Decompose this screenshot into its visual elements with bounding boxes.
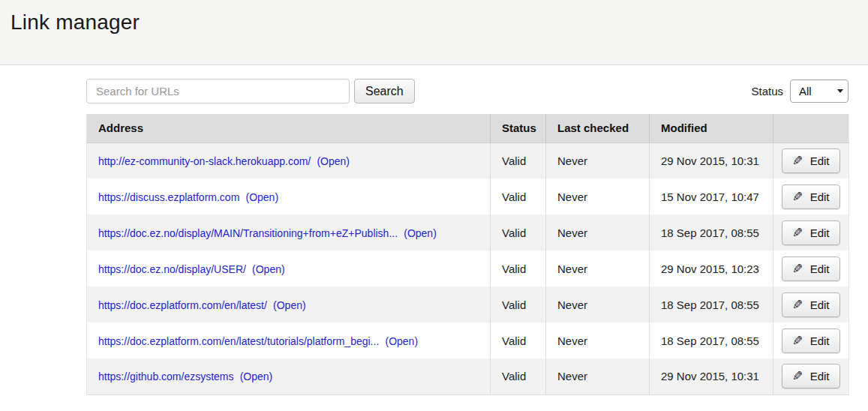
modified-cell: 18 Sep 2017, 08:55: [650, 322, 773, 358]
last-checked-cell: Never: [546, 358, 650, 394]
edit-button[interactable]: ✎ Edit: [782, 220, 839, 245]
address-cell: https://doc.ez.no/display/MAIN/Transitio…: [87, 214, 491, 250]
edit-button-label: Edit: [810, 370, 830, 382]
edit-button-label: Edit: [810, 334, 830, 347]
actions-cell: ✎ Edit: [773, 142, 849, 178]
column-header-actions: [773, 114, 849, 142]
actions-cell: ✎ Edit: [773, 214, 849, 250]
open-link[interactable]: (Open): [252, 263, 285, 275]
open-link[interactable]: (Open): [404, 227, 437, 239]
edit-button-label: Edit: [810, 226, 830, 239]
pencil-icon: ✎: [792, 226, 803, 239]
modified-cell: 29 Nov 2015, 10:31: [650, 358, 773, 394]
address-cell: https://doc.ez.no/display/USER/ (Open): [87, 250, 491, 286]
table-row: https://github.com/ezsystems (Open) Vali…: [87, 358, 849, 394]
open-link[interactable]: (Open): [245, 191, 278, 203]
status-cell: Valid: [491, 322, 546, 358]
toolbar: Search Status All: [86, 79, 848, 104]
address-link[interactable]: https://doc.ez.no/display/MAIN/Transitio…: [98, 227, 398, 239]
edit-button[interactable]: ✎ Edit: [782, 364, 839, 388]
table-row: http://ez-community-on-slack.herokuapp.c…: [87, 142, 849, 178]
last-checked-cell: Never: [546, 214, 650, 250]
address-link[interactable]: http://ez-community-on-slack.herokuapp.c…: [98, 155, 311, 167]
last-checked-cell: Never: [546, 142, 650, 178]
status-select[interactable]: All: [790, 80, 848, 103]
links-table: Address Status Last checked Modified htt…: [86, 114, 849, 395]
edit-button[interactable]: ✎ Edit: [782, 256, 839, 281]
actions-cell: ✎ Edit: [773, 286, 849, 322]
edit-button[interactable]: ✎ Edit: [782, 292, 839, 317]
last-checked-cell: Never: [546, 322, 650, 358]
address-cell: https://github.com/ezsystems (Open): [87, 358, 491, 394]
last-checked-cell: Never: [546, 178, 650, 214]
status-cell: Valid: [491, 142, 546, 178]
status-cell: Valid: [491, 250, 546, 286]
pencil-icon: ✎: [792, 190, 803, 203]
modified-cell: 15 Nov 2017, 10:47: [650, 178, 773, 214]
column-header-last-checked: Last checked: [546, 114, 650, 142]
actions-cell: ✎ Edit: [773, 250, 849, 286]
status-filter-label: Status: [751, 85, 783, 98]
edit-button[interactable]: ✎ Edit: [782, 184, 839, 209]
address-link[interactable]: https://doc.ezplatform.com/en/latest/: [98, 299, 267, 311]
edit-button[interactable]: ✎ Edit: [782, 148, 839, 173]
table-row: https://doc.ezplatform.com/en/latest/ (O…: [87, 286, 849, 322]
column-header-address: Address: [87, 114, 491, 142]
open-link[interactable]: (Open): [273, 299, 306, 311]
address-link[interactable]: https://doc.ez.no/display/USER/: [98, 263, 246, 275]
pencil-icon: ✎: [792, 370, 803, 382]
page-title: Link manager: [11, 10, 868, 34]
pencil-icon: ✎: [792, 334, 803, 347]
table-header: Address Status Last checked Modified: [87, 114, 849, 142]
modified-cell: 29 Nov 2015, 10:23: [650, 250, 773, 286]
address-cell: http://ez-community-on-slack.herokuapp.c…: [87, 142, 491, 178]
address-link[interactable]: https://discuss.ezplatform.com: [98, 191, 239, 203]
table-row: https://doc.ezplatform.com/en/latest/tut…: [87, 322, 849, 358]
actions-cell: ✎ Edit: [773, 178, 849, 214]
edit-button-label: Edit: [810, 298, 830, 311]
address-cell: https://doc.ezplatform.com/en/latest/tut…: [87, 322, 491, 358]
column-header-modified: Modified: [650, 114, 773, 142]
last-checked-cell: Never: [546, 286, 650, 322]
open-link[interactable]: (Open): [317, 155, 350, 167]
pencil-icon: ✎: [792, 154, 803, 167]
open-link[interactable]: (Open): [240, 370, 273, 382]
pencil-icon: ✎: [792, 298, 803, 311]
address-cell: https://doc.ezplatform.com/en/latest/ (O…: [87, 286, 491, 322]
status-cell: Valid: [491, 358, 546, 394]
search-input[interactable]: [86, 79, 350, 104]
table-row: https://doc.ez.no/display/USER/ (Open) V…: [87, 250, 849, 286]
modified-cell: 29 Nov 2015, 10:31: [650, 142, 773, 178]
status-filter-group: Status All: [751, 80, 848, 103]
edit-button[interactable]: ✎ Edit: [782, 328, 839, 353]
pencil-icon: ✎: [792, 262, 803, 275]
page-header-band: Link manager: [0, 0, 868, 65]
table-row: https://doc.ez.no/display/MAIN/Transitio…: [87, 214, 849, 250]
actions-cell: ✎ Edit: [773, 358, 849, 394]
last-checked-cell: Never: [546, 250, 650, 286]
search-button[interactable]: Search: [354, 79, 415, 104]
modified-cell: 18 Sep 2017, 08:55: [650, 214, 773, 250]
chevron-down-icon: [837, 89, 843, 93]
address-link[interactable]: https://github.com/ezsystems: [98, 370, 234, 382]
modified-cell: 18 Sep 2017, 08:55: [650, 286, 773, 322]
status-select-value: All: [799, 85, 812, 98]
status-cell: Valid: [491, 214, 546, 250]
actions-cell: ✎ Edit: [773, 322, 849, 358]
edit-button-label: Edit: [810, 154, 830, 167]
status-cell: Valid: [491, 178, 546, 214]
status-cell: Valid: [491, 286, 546, 322]
open-link[interactable]: (Open): [385, 335, 418, 347]
address-cell: https://discuss.ezplatform.com (Open): [87, 178, 491, 214]
address-link[interactable]: https://doc.ezplatform.com/en/latest/tut…: [98, 335, 379, 347]
column-header-status: Status: [491, 114, 546, 142]
edit-button-label: Edit: [810, 190, 830, 203]
edit-button-label: Edit: [810, 262, 830, 275]
content: Search Status All Address Status Last ch…: [86, 79, 848, 395]
table-row: https://discuss.ezplatform.com (Open) Va…: [87, 178, 849, 214]
